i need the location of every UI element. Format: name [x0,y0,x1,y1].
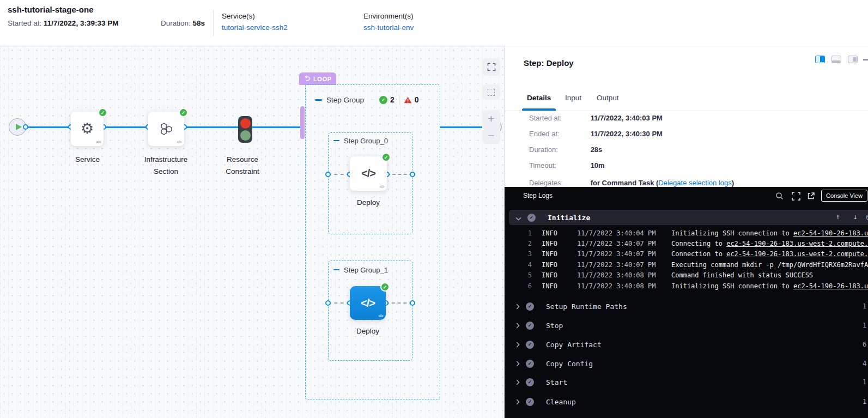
success-check-icon: ✓ [526,322,534,330]
edge-infra-constraint [184,126,238,128]
scroll-bottom-icon[interactable]: ↓ [853,213,858,221]
success-check-icon: ✓ [381,153,391,162]
scroll-top-icon[interactable]: ↑ [836,213,840,221]
deploy-step-node-1-selected[interactable]: </> </> ✓ [350,286,386,320]
log-line: 4INFO11/7/2022 3:40:07 PMExecuting comma… [505,259,868,270]
collapse-icon[interactable] [333,269,339,271]
stage-duration: Duration: 58s [161,19,205,27]
step-group-0-header: Step Group_0 [333,135,388,146]
success-check-icon: ✓ [380,282,390,292]
log-line: 6INFO11/7/2022 3:40:08 PMInitializing SS… [505,281,868,291]
right-view-icon[interactable] [848,56,858,63]
hexagons-icon [159,122,174,136]
dashed-connector [387,174,412,175]
log-host-link[interactable]: ec2-54-190-26-183.us [793,282,868,290]
code-icon: </> [378,314,383,318]
duration-value: 58s [193,19,205,27]
log-lines: 1INFO11/7/2022 3:40:04 PMInitializing SS… [505,228,868,291]
environments-label: Environment(s) [363,12,414,20]
step-group-1-label: Step Group_1 [344,266,388,274]
search-icon[interactable] [775,192,784,202]
service-link[interactable]: tutorial-service-ssh2 [222,23,288,32]
services-label: Service(s) [222,12,288,20]
edge-start-service [26,126,71,128]
detail-row-ended: Ended at: 11/7/2022, 3:40:30 PM [529,130,663,138]
traffic-light-green-icon [240,130,251,141]
collapse-icon[interactable] [315,99,322,101]
log-section-stop[interactable]: ✓ Stop 1 [505,317,868,334]
active-tab-indicator [522,108,556,111]
header-divider [213,10,214,36]
warning-triangle-icon [404,96,412,104]
tab-details[interactable]: Details [527,94,551,102]
delegate-selection-logs-link[interactable]: Delegate selection logs [658,179,731,187]
zoom-out-button[interactable]: − [488,130,494,141]
marquee-icon [488,89,495,96]
log-section-setup-runtime-paths[interactable]: ✓ Setup Runtime Paths 1 [505,298,868,314]
step-group-1-header: Step Group_1 [333,264,388,275]
step-logs-panel: Step Logs Console View ✓ Initialize [505,187,868,418]
step-details-panel: Step: Deploy Details Input Output Starte… [504,46,868,418]
code-icon: </> [177,140,181,144]
log-line: 5INFO11/7/2022 3:40:08 PMCommand finishe… [505,270,868,281]
started-at-label: Started at: [8,19,41,27]
status-divider [399,95,399,105]
detail-label: Timeout: [529,161,588,169]
detail-row-delegates: Delegates: for Command Task (Delegate se… [529,179,734,187]
minimize-panel-icon[interactable] [863,59,868,60]
step-logs-toolbar: Step Logs Console View [505,187,868,205]
log-section-name: Cleanup [546,398,576,406]
chevron-right-icon [516,359,520,369]
edge-constraint-group [252,126,304,128]
log-section-name: Setup Runtime Paths [546,302,627,311]
deploy-step-node-0[interactable]: </> </> ✓ [350,156,387,191]
pipeline-canvas[interactable]: ⚙ </> ✓ Service </> ✓ Infrastructure Sec… [0,46,504,418]
infrastructure-node[interactable]: </> ✓ [148,112,184,146]
log-section-copy-artifact[interactable]: ✓ Copy Artifact 6 [505,336,868,353]
service-node[interactable]: ⚙ </> ✓ [71,112,104,146]
port [23,124,28,130]
detail-label: Ended at: [529,130,588,138]
canvas-fullscreen-button[interactable] [482,58,500,76]
tab-input[interactable]: Input [565,94,581,102]
log-section-start[interactable]: ✓ Start 1 [505,374,868,390]
dashed-connector [386,302,412,304]
resource-constraint-label: Resource Constraint [215,154,270,177]
split-view-icon[interactable] [815,56,825,63]
expand-logs-icon[interactable] [792,192,800,203]
detail-value: 11/7/2022, 3:40:30 PM [591,130,663,138]
detail-value: for Command Task (Delegate selection log… [591,179,734,187]
pipeline-execution-screen: ssh-tutorial-stage-one Started at: 11/7/… [0,0,868,418]
dashed-connector [328,174,350,175]
success-check-icon: ✓ [526,360,534,368]
console-view-button[interactable]: Console View [821,190,867,202]
collapse-icon[interactable] [333,140,339,142]
execution-header: ssh-tutorial-stage-one Started at: 11/7/… [0,0,868,46]
success-check-icon: ✓ [526,398,534,406]
log-section-name: Stop [546,322,563,330]
log-line: 1INFO11/7/2022 3:40:04 PMInitializing SS… [505,228,868,238]
log-host-link[interactable]: ec2-54-190-26-183.us-west-2.compute.a [726,240,868,247]
log-section-initialize[interactable]: ✓ Initialize ↑ ↓ 6 [509,210,868,225]
log-section-cleanup[interactable]: ✓ Cleanup 1 [505,393,868,410]
log-host-link[interactable]: ec2-54-190-26-183.us-west-2.compute.a [726,250,868,258]
success-check-icon: ✓ [526,378,534,386]
chevron-right-icon [516,377,520,387]
log-section-duration: 6 [863,341,866,348]
bottom-view-icon[interactable] [831,56,841,63]
log-section-name: Copy Artifact [546,341,602,349]
open-in-new-tab-icon[interactable] [807,192,815,202]
environment-link[interactable]: ssh-tutorial-env [363,23,414,32]
port [410,300,415,306]
canvas-select-button[interactable] [482,84,500,100]
tab-output[interactable]: Output [597,94,619,102]
log-section-copy-config[interactable]: ✓ Copy Config 4 [505,355,868,372]
log-host-link[interactable]: ec2-54-190-26-183.us [793,229,868,237]
chevron-right-icon [516,320,520,331]
resource-constraint-node[interactable] [238,116,252,143]
step-group-0-label: Step Group_0 [344,137,388,145]
log-section-duration: 6 [866,214,868,221]
zoom-in-button[interactable]: + [488,113,494,124]
success-check-icon: ✓ [526,302,534,311]
detail-row-timeout: Timeout: 10m [529,161,605,169]
